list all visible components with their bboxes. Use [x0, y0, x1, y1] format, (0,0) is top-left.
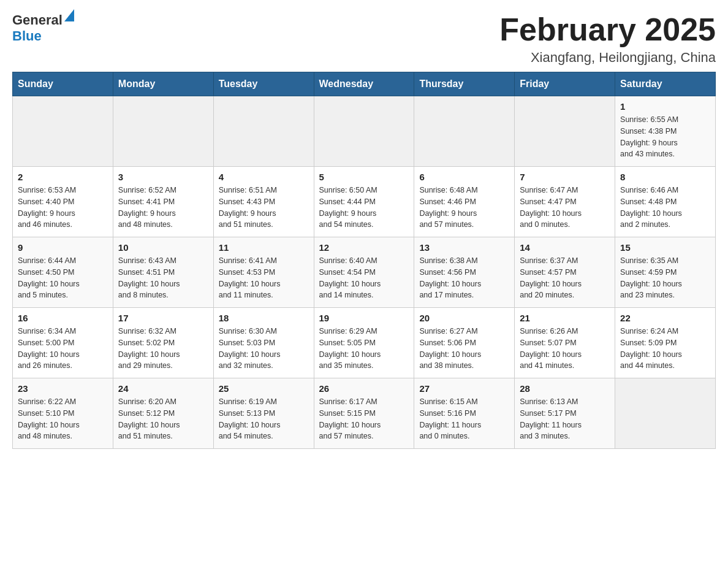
day-number: 9 — [18, 242, 108, 253]
title-block: February 2025 Xiangfang, Heilongjiang, C… — [499, 12, 716, 66]
calendar-cell: 17Sunrise: 6:32 AM Sunset: 5:02 PM Dayli… — [113, 308, 213, 378]
day-info: Sunrise: 6:35 AM Sunset: 4:59 PM Dayligh… — [620, 255, 710, 301]
weekday-header-tuesday: Tuesday — [213, 72, 314, 96]
day-info: Sunrise: 6:29 AM Sunset: 5:05 PM Dayligh… — [319, 326, 409, 372]
day-number: 1 — [620, 101, 710, 112]
day-info: Sunrise: 6:38 AM Sunset: 4:56 PM Dayligh… — [419, 255, 509, 301]
day-number: 21 — [520, 313, 610, 323]
day-info: Sunrise: 6:26 AM Sunset: 5:07 PM Dayligh… — [520, 326, 610, 372]
calendar-cell: 7Sunrise: 6:47 AM Sunset: 4:47 PM Daylig… — [515, 167, 615, 237]
calendar-cell — [414, 96, 515, 167]
day-number: 15 — [620, 242, 710, 253]
day-number: 16 — [18, 313, 108, 323]
calendar-cell: 25Sunrise: 6:19 AM Sunset: 5:13 PM Dayli… — [213, 378, 314, 449]
day-number: 6 — [419, 172, 509, 182]
calendar-header-row: SundayMondayTuesdayWednesdayThursdayFrid… — [13, 72, 716, 96]
calendar-cell: 12Sunrise: 6:40 AM Sunset: 4:54 PM Dayli… — [314, 237, 414, 308]
calendar-cell: 22Sunrise: 6:24 AM Sunset: 5:09 PM Dayli… — [615, 308, 716, 378]
calendar-cell: 5Sunrise: 6:50 AM Sunset: 4:44 PM Daylig… — [314, 167, 414, 237]
day-info: Sunrise: 6:20 AM Sunset: 5:12 PM Dayligh… — [118, 396, 208, 442]
day-info: Sunrise: 6:27 AM Sunset: 5:06 PM Dayligh… — [419, 326, 509, 372]
day-info: Sunrise: 6:37 AM Sunset: 4:57 PM Dayligh… — [520, 255, 610, 301]
day-info: Sunrise: 6:47 AM Sunset: 4:47 PM Dayligh… — [520, 185, 610, 231]
calendar-cell: 23Sunrise: 6:22 AM Sunset: 5:10 PM Dayli… — [13, 378, 113, 449]
day-info: Sunrise: 6:52 AM Sunset: 4:41 PM Dayligh… — [118, 185, 208, 231]
day-number: 2 — [18, 172, 108, 182]
day-info: Sunrise: 6:24 AM Sunset: 5:09 PM Dayligh… — [620, 326, 710, 372]
calendar-week-row: 9Sunrise: 6:44 AM Sunset: 4:50 PM Daylig… — [13, 237, 716, 308]
calendar-cell: 2Sunrise: 6:53 AM Sunset: 4:40 PM Daylig… — [13, 167, 113, 237]
day-info: Sunrise: 6:50 AM Sunset: 4:44 PM Dayligh… — [319, 185, 409, 231]
day-number: 25 — [219, 383, 309, 394]
day-number: 19 — [319, 313, 409, 323]
calendar-cell: 20Sunrise: 6:27 AM Sunset: 5:06 PM Dayli… — [414, 308, 515, 378]
day-number: 4 — [219, 172, 309, 182]
calendar-week-row: 16Sunrise: 6:34 AM Sunset: 5:00 PM Dayli… — [13, 308, 716, 378]
logo-blue-text: Blue — [12, 28, 42, 44]
day-number: 5 — [319, 172, 409, 182]
calendar-cell — [515, 96, 615, 167]
weekday-header-thursday: Thursday — [414, 72, 515, 96]
day-number: 13 — [419, 242, 509, 253]
day-number: 18 — [219, 313, 309, 323]
day-info: Sunrise: 6:48 AM Sunset: 4:46 PM Dayligh… — [419, 185, 509, 231]
calendar-cell — [113, 96, 213, 167]
day-number: 3 — [118, 172, 208, 182]
day-info: Sunrise: 6:30 AM Sunset: 5:03 PM Dayligh… — [219, 326, 309, 372]
day-number: 23 — [18, 383, 108, 394]
day-info: Sunrise: 6:32 AM Sunset: 5:02 PM Dayligh… — [118, 326, 208, 372]
day-info: Sunrise: 6:55 AM Sunset: 4:38 PM Dayligh… — [620, 114, 710, 160]
day-number: 27 — [419, 383, 509, 394]
calendar-cell: 1Sunrise: 6:55 AM Sunset: 4:38 PM Daylig… — [615, 96, 716, 167]
day-number: 14 — [520, 242, 610, 253]
day-number: 12 — [319, 242, 409, 253]
day-number: 7 — [520, 172, 610, 182]
day-info: Sunrise: 6:13 AM Sunset: 5:17 PM Dayligh… — [520, 396, 610, 442]
weekday-header-monday: Monday — [113, 72, 213, 96]
day-info: Sunrise: 6:34 AM Sunset: 5:00 PM Dayligh… — [18, 326, 108, 372]
calendar-cell: 15Sunrise: 6:35 AM Sunset: 4:59 PM Dayli… — [615, 237, 716, 308]
calendar-cell: 16Sunrise: 6:34 AM Sunset: 5:00 PM Dayli… — [13, 308, 113, 378]
calendar-cell: 8Sunrise: 6:46 AM Sunset: 4:48 PM Daylig… — [615, 167, 716, 237]
day-number: 22 — [620, 313, 710, 323]
calendar-week-row: 1Sunrise: 6:55 AM Sunset: 4:38 PM Daylig… — [13, 96, 716, 167]
calendar-week-row: 2Sunrise: 6:53 AM Sunset: 4:40 PM Daylig… — [13, 167, 716, 237]
day-info: Sunrise: 6:40 AM Sunset: 4:54 PM Dayligh… — [319, 255, 409, 301]
day-info: Sunrise: 6:46 AM Sunset: 4:48 PM Dayligh… — [620, 185, 710, 231]
day-number: 26 — [319, 383, 409, 394]
weekday-header-saturday: Saturday — [615, 72, 716, 96]
calendar-cell: 13Sunrise: 6:38 AM Sunset: 4:56 PM Dayli… — [414, 237, 515, 308]
calendar-cell: 21Sunrise: 6:26 AM Sunset: 5:07 PM Dayli… — [515, 308, 615, 378]
calendar-cell — [615, 378, 716, 449]
calendar-table: SundayMondayTuesdayWednesdayThursdayFrid… — [12, 72, 716, 449]
calendar-cell: 6Sunrise: 6:48 AM Sunset: 4:46 PM Daylig… — [414, 167, 515, 237]
calendar-cell: 26Sunrise: 6:17 AM Sunset: 5:15 PM Dayli… — [314, 378, 414, 449]
calendar-cell: 14Sunrise: 6:37 AM Sunset: 4:57 PM Dayli… — [515, 237, 615, 308]
calendar-cell: 3Sunrise: 6:52 AM Sunset: 4:41 PM Daylig… — [113, 167, 213, 237]
calendar-cell: 28Sunrise: 6:13 AM Sunset: 5:17 PM Dayli… — [515, 378, 615, 449]
day-number: 11 — [219, 242, 309, 253]
day-number: 10 — [118, 242, 208, 253]
location-title: Xiangfang, Heilongjiang, China — [499, 50, 716, 66]
logo: General Blue — [12, 12, 74, 44]
day-info: Sunrise: 6:22 AM Sunset: 5:10 PM Dayligh… — [18, 396, 108, 442]
calendar-week-row: 23Sunrise: 6:22 AM Sunset: 5:10 PM Dayli… — [13, 378, 716, 449]
calendar-cell: 27Sunrise: 6:15 AM Sunset: 5:16 PM Dayli… — [414, 378, 515, 449]
day-info: Sunrise: 6:53 AM Sunset: 4:40 PM Dayligh… — [18, 185, 108, 231]
calendar-cell: 18Sunrise: 6:30 AM Sunset: 5:03 PM Dayli… — [213, 308, 314, 378]
calendar-cell: 19Sunrise: 6:29 AM Sunset: 5:05 PM Dayli… — [314, 308, 414, 378]
day-number: 17 — [118, 313, 208, 323]
calendar-cell: 24Sunrise: 6:20 AM Sunset: 5:12 PM Dayli… — [113, 378, 213, 449]
day-info: Sunrise: 6:44 AM Sunset: 4:50 PM Dayligh… — [18, 255, 108, 301]
weekday-header-wednesday: Wednesday — [314, 72, 414, 96]
day-info: Sunrise: 6:19 AM Sunset: 5:13 PM Dayligh… — [219, 396, 309, 442]
day-info: Sunrise: 6:17 AM Sunset: 5:15 PM Dayligh… — [319, 396, 409, 442]
calendar-cell: 10Sunrise: 6:43 AM Sunset: 4:51 PM Dayli… — [113, 237, 213, 308]
logo-general-text: General — [12, 12, 63, 28]
day-info: Sunrise: 6:43 AM Sunset: 4:51 PM Dayligh… — [118, 255, 208, 301]
calendar-cell — [13, 96, 113, 167]
page-header: General Blue February 2025 Xiangfang, He… — [12, 12, 716, 66]
day-info: Sunrise: 6:15 AM Sunset: 5:16 PM Dayligh… — [419, 396, 509, 442]
weekday-header-friday: Friday — [515, 72, 615, 96]
weekday-header-sunday: Sunday — [13, 72, 113, 96]
